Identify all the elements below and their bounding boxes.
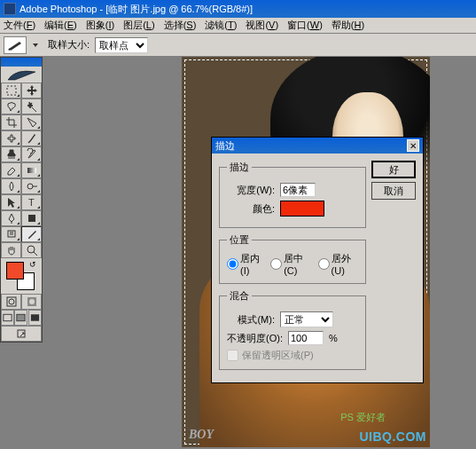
toolbox-header[interactable] bbox=[1, 58, 42, 67]
brush-tool[interactable] bbox=[21, 130, 42, 146]
history-brush-tool[interactable] bbox=[21, 146, 42, 162]
menu-image[interactable]: 图象(I) bbox=[86, 19, 114, 32]
watermark-url: UIBQ.COM bbox=[359, 429, 426, 444]
color-label: 颜色: bbox=[227, 202, 275, 216]
radio-center[interactable]: 居中(C) bbox=[270, 252, 310, 276]
eraser-tool[interactable] bbox=[1, 162, 21, 178]
chevron-down-icon[interactable] bbox=[32, 42, 39, 49]
svg-text:T: T bbox=[28, 197, 35, 208]
svg-rect-0 bbox=[7, 86, 16, 95]
heal-tool[interactable] bbox=[1, 130, 21, 146]
svg-point-10 bbox=[29, 299, 35, 304]
workspace: T ↺ BO bbox=[0, 57, 476, 447]
color-well[interactable] bbox=[280, 201, 324, 217]
watermark-boy: BOY bbox=[189, 428, 214, 442]
cancel-button[interactable]: 取消 bbox=[371, 182, 416, 200]
screen-fullmenu[interactable] bbox=[14, 310, 27, 326]
menu-edit[interactable]: 编辑(E) bbox=[44, 19, 77, 32]
color-swatches: ↺ bbox=[1, 258, 42, 294]
options-bar: 取样大小: 取样点 bbox=[0, 34, 476, 57]
opacity-label: 不透明度(O): bbox=[227, 332, 283, 345]
swap-colors-icon[interactable]: ↺ bbox=[29, 260, 36, 269]
menu-window[interactable]: 窗口(W) bbox=[287, 19, 323, 32]
jump-to[interactable] bbox=[1, 326, 42, 342]
svg-point-2 bbox=[27, 184, 33, 189]
position-group: 位置 居内(I) 居中(C) 居外(U) bbox=[219, 233, 366, 284]
menu-filter[interactable]: 滤镜(T) bbox=[205, 19, 237, 32]
svg-rect-11 bbox=[4, 314, 12, 320]
type-tool[interactable]: T bbox=[21, 194, 42, 210]
move-tool[interactable] bbox=[21, 83, 42, 98]
notes-tool[interactable] bbox=[1, 226, 21, 242]
hand-tool[interactable] bbox=[1, 242, 21, 258]
quickmask-off[interactable] bbox=[1, 294, 21, 310]
shape-tool[interactable] bbox=[21, 210, 42, 226]
tool-indicator[interactable] bbox=[4, 36, 27, 54]
dialog-title: 描边 bbox=[215, 139, 235, 153]
app-icon bbox=[4, 3, 16, 15]
menu-view[interactable]: 视图(V) bbox=[246, 19, 278, 32]
window-title: Adobe Photoshop - [临时 图片.jpg @ 66.7%(RGB… bbox=[20, 3, 253, 16]
menu-file[interactable]: 文件(F) bbox=[4, 19, 35, 32]
close-icon[interactable]: ✕ bbox=[407, 139, 419, 152]
blur-tool[interactable] bbox=[1, 178, 21, 194]
dodge-tool[interactable] bbox=[21, 178, 42, 194]
svg-rect-13 bbox=[31, 314, 39, 320]
menu-help[interactable]: 帮助(H) bbox=[332, 19, 364, 32]
width-input[interactable] bbox=[280, 183, 316, 197]
toolbox: T ↺ bbox=[0, 57, 43, 343]
foreground-swatch[interactable] bbox=[6, 262, 24, 280]
radio-outside[interactable]: 居外(U) bbox=[318, 252, 358, 276]
lasso-tool[interactable] bbox=[1, 98, 21, 114]
pen-tool[interactable] bbox=[1, 210, 21, 226]
ps-logo-icon bbox=[1, 67, 42, 83]
blend-group: 混合 模式(M): 正常 不透明度(O): % 保留透明区域(P) bbox=[219, 289, 366, 370]
stamp-tool[interactable] bbox=[1, 146, 21, 162]
opacity-suffix: % bbox=[329, 333, 338, 343]
crop-tool[interactable] bbox=[1, 114, 21, 130]
svg-rect-1 bbox=[27, 168, 36, 173]
stroke-legend: 描边 bbox=[227, 161, 252, 174]
mode-label: 模式(M): bbox=[227, 313, 275, 327]
wand-tool[interactable] bbox=[21, 98, 42, 114]
path-select-tool[interactable] bbox=[1, 194, 21, 210]
eyedropper-tool[interactable] bbox=[21, 226, 42, 242]
screen-full[interactable] bbox=[28, 310, 42, 326]
radio-inside[interactable]: 居内(I) bbox=[227, 252, 263, 276]
menu-layer[interactable]: 图层(L) bbox=[123, 19, 154, 32]
sample-size-label: 取样大小: bbox=[48, 38, 90, 51]
menubar: 文件(F) 编辑(E) 图象(I) 图层(L) 选择(S) 滤镜(T) 视图(V… bbox=[0, 18, 476, 34]
svg-point-6 bbox=[27, 246, 35, 253]
gradient-tool[interactable] bbox=[21, 162, 42, 178]
quickmask-on[interactable] bbox=[21, 294, 42, 310]
zoom-tool[interactable] bbox=[21, 242, 42, 258]
dialog-titlebar[interactable]: 描边 ✕ bbox=[212, 138, 423, 154]
preserve-label: 保留透明区域(P) bbox=[242, 349, 314, 362]
ok-button[interactable]: 好 bbox=[371, 161, 416, 178]
slice-tool[interactable] bbox=[21, 114, 42, 130]
svg-rect-12 bbox=[17, 314, 25, 320]
svg-point-8 bbox=[9, 299, 14, 304]
menu-select[interactable]: 选择(S) bbox=[164, 19, 197, 32]
sample-size-select[interactable]: 取样点 bbox=[95, 37, 148, 53]
mode-select[interactable]: 正常 bbox=[280, 311, 333, 327]
position-legend: 位置 bbox=[227, 233, 252, 247]
width-label: 宽度(W): bbox=[227, 184, 275, 197]
marquee-tool[interactable] bbox=[1, 83, 21, 98]
watermark-ps: PS 爱好者 bbox=[340, 411, 386, 424]
blend-legend: 混合 bbox=[227, 289, 252, 303]
preserve-checkbox bbox=[227, 350, 238, 361]
screen-standard[interactable] bbox=[1, 310, 14, 326]
opacity-input[interactable] bbox=[288, 331, 324, 345]
svg-rect-4 bbox=[28, 215, 35, 222]
stroke-dialog: 描边 ✕ 描边 宽度(W): 颜色: 位置 bbox=[211, 137, 424, 383]
stroke-group: 描边 宽度(W): 颜色: bbox=[219, 161, 366, 228]
window-titlebar: Adobe Photoshop - [临时 图片.jpg @ 66.7%(RGB… bbox=[0, 0, 476, 18]
